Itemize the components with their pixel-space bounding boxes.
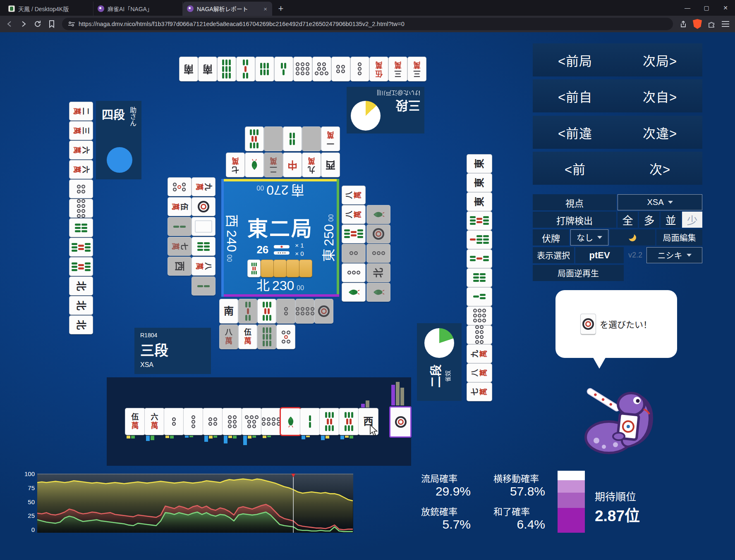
dahai-option-all[interactable]: 全 bbox=[618, 212, 638, 228]
window-close-icon[interactable]: ✕ bbox=[716, 0, 735, 16]
chart-y-tick: 100 bbox=[17, 470, 35, 477]
player-label-rotated: 三段 けいた@江戸川|| bbox=[377, 89, 421, 116]
eval-bar bbox=[263, 436, 266, 438]
dahai-option-many[interactable]: 多 bbox=[639, 212, 659, 228]
mahjong-tile-S: 南 bbox=[220, 299, 238, 323]
eval-bar bbox=[396, 382, 400, 405]
mahjong-tile-5s bbox=[237, 57, 255, 81]
player-badge-south: 三段 けいた@江戸川|| bbox=[347, 87, 424, 133]
chevron-down-icon bbox=[668, 201, 673, 204]
mahjong-tile-3m: 三萬 bbox=[408, 57, 426, 81]
prev-self-turn-button[interactable]: <前自 bbox=[533, 79, 618, 112]
new-tab-button[interactable]: + bbox=[275, 2, 287, 15]
extensions-icon[interactable] bbox=[705, 18, 718, 30]
next-step-button[interactable]: 次> bbox=[618, 152, 702, 185]
stat-value-draw: 29.9% bbox=[421, 484, 471, 498]
night-mode-cell[interactable] bbox=[610, 229, 655, 245]
reload-icon[interactable] bbox=[31, 18, 44, 30]
chart-y-tick: 0 bbox=[17, 526, 35, 533]
eval-bar bbox=[248, 436, 251, 438]
tiles-remaining: 26 bbox=[256, 243, 268, 256]
board-edit-button[interactable]: 局面編集 bbox=[656, 229, 702, 245]
dahai-option-normal[interactable]: 並 bbox=[661, 212, 681, 228]
mahjong-tile-W: 西 bbox=[321, 153, 340, 177]
eval-bar bbox=[306, 436, 310, 437]
mahjong-tile-1m: 一萬 bbox=[321, 127, 340, 151]
mahjong-tile-8s[interactable] bbox=[320, 408, 339, 435]
reverse-replay-button[interactable]: 局面逆再生 bbox=[533, 265, 624, 281]
eval-bar bbox=[326, 436, 329, 438]
window-minimize-icon[interactable]: — bbox=[678, 0, 697, 16]
fusehai-select[interactable]: なし bbox=[570, 229, 608, 245]
mahjong-tile-2p bbox=[277, 299, 295, 323]
mahjong-tile-6m: 六萬 bbox=[69, 160, 93, 179]
mahjong-tile-8s bbox=[69, 257, 93, 276]
player-name: 助さん bbox=[127, 107, 137, 126]
mahjong-tile-1p bbox=[581, 314, 596, 334]
display-select-label[interactable]: 表示選択 bbox=[533, 247, 574, 263]
player-rank: 二段 bbox=[427, 365, 443, 388]
mahjong-tile-7p[interactable] bbox=[242, 408, 261, 435]
naga-favicon bbox=[98, 5, 104, 12]
prev-kyoku-button[interactable]: <前局 bbox=[533, 43, 618, 76]
prev-mismatch-button[interactable]: <前違 bbox=[533, 116, 618, 149]
mahjong-tile-2m: 二萬 bbox=[69, 102, 93, 120]
mahjong-tile-8p[interactable] bbox=[261, 408, 281, 435]
address-bar[interactable]: https://naga.dmv.nico/htmls/f1b37f97d066… bbox=[62, 18, 673, 30]
next-mismatch-button[interactable]: 次違> bbox=[618, 116, 702, 149]
back-icon[interactable] bbox=[3, 18, 16, 30]
mahjong-tile-3p[interactable] bbox=[184, 408, 203, 435]
mahjong-tile-back bbox=[287, 260, 299, 277]
eval-bar bbox=[391, 385, 395, 405]
mahjong-tile-1s[interactable] bbox=[281, 408, 300, 435]
mahjong-tile-1p[interactable] bbox=[391, 409, 410, 435]
mahjong-tile-2p[interactable] bbox=[164, 408, 184, 435]
model-select[interactable]: ニシキ bbox=[646, 247, 702, 263]
dahai-option-few[interactable]: 少 bbox=[682, 212, 702, 228]
mahjong-tile-5m[interactable]: 伍萬 bbox=[125, 408, 145, 435]
mahjong-tile-2s[interactable] bbox=[300, 408, 320, 435]
browser-toolbar: https://naga.dmv.nico/htmls/f1b37f97d066… bbox=[0, 16, 735, 32]
menu-icon[interactable] bbox=[719, 18, 732, 30]
viewpoint-select[interactable]: XSA bbox=[618, 194, 702, 210]
mahjong-tile-E: 東 bbox=[467, 193, 492, 211]
url-text[interactable]: https://naga.dmv.nico/htmls/f1b37f97d066… bbox=[79, 21, 405, 27]
tab-naga-report[interactable]: NAGA解析レポート × bbox=[183, 2, 272, 16]
next-self-turn-button[interactable]: 次自> bbox=[618, 79, 702, 112]
tab-tenhou[interactable]: 天鳳 / Desktop4K版 bbox=[4, 2, 93, 16]
mahjong-tile-6m[interactable]: 六萬 bbox=[145, 408, 164, 435]
tab-naga-home[interactable]: 麻雀AI「NAGA」 bbox=[93, 2, 183, 16]
border-top-player-color bbox=[221, 179, 339, 181]
eval-bar bbox=[366, 400, 369, 407]
bookmark-icon[interactable] bbox=[45, 18, 58, 30]
mahjong-tile-9p bbox=[294, 57, 312, 81]
mahjong-tile-5p bbox=[168, 178, 191, 196]
seat-marker bbox=[107, 147, 132, 173]
mahjong-tile-2s bbox=[168, 217, 191, 236]
mahjong-tile-5p bbox=[277, 325, 295, 349]
mahjong-tile-8m: 八萬 bbox=[220, 325, 238, 349]
mahjong-tile-4p[interactable] bbox=[203, 408, 223, 435]
probability-chart[interactable] bbox=[37, 474, 353, 534]
mahjong-tile-W: 西 bbox=[168, 257, 191, 275]
mahjong-tile-3s bbox=[467, 288, 492, 306]
display-mode-button[interactable]: ptEV bbox=[575, 247, 624, 263]
dora-wall bbox=[248, 260, 314, 277]
eval-bar bbox=[165, 436, 169, 438]
window-maximize-icon[interactable]: ▢ bbox=[697, 0, 716, 16]
mahjong-tile-5m: 伍萬 bbox=[168, 198, 191, 216]
eval-bar bbox=[252, 436, 256, 438]
brave-shield-icon[interactable] bbox=[691, 18, 704, 30]
mahjong-tile-2p bbox=[342, 244, 365, 262]
prev-step-button[interactable]: <前 bbox=[533, 152, 618, 185]
mahjong-tile-8s[interactable] bbox=[339, 408, 359, 435]
tab-close-icon[interactable]: × bbox=[263, 5, 268, 12]
forward-icon[interactable] bbox=[17, 18, 30, 30]
next-kyoku-button[interactable]: 次局> bbox=[618, 43, 702, 76]
site-settings-icon[interactable] bbox=[68, 21, 75, 27]
mahjong-tile-8p bbox=[69, 199, 93, 217]
score-west: 西24000 bbox=[223, 214, 242, 262]
mahjong-tile-6p[interactable] bbox=[223, 408, 242, 435]
share-icon[interactable] bbox=[677, 18, 690, 30]
eval-bar bbox=[131, 436, 135, 438]
